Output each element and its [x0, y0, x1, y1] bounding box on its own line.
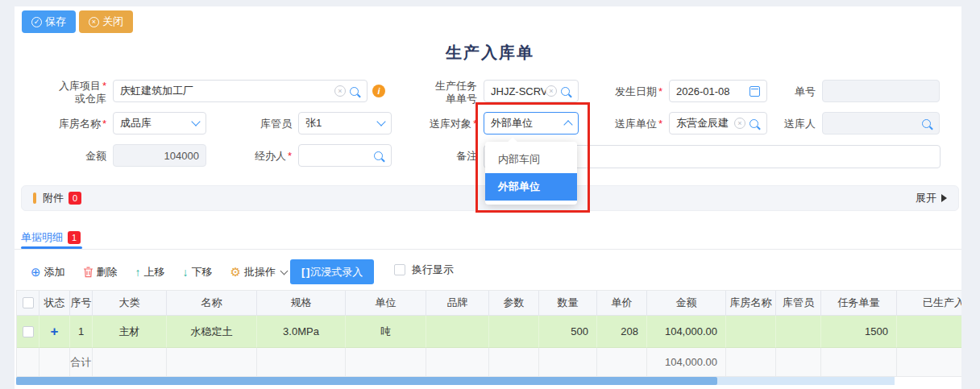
row-brand-cell[interactable] [426, 316, 489, 348]
row-keeper-cell[interactable] [776, 316, 821, 348]
row-spec-cell[interactable]: 3.0MPa [257, 316, 346, 348]
tab-detail-count-badge: 1 [68, 231, 81, 244]
delivery-unit-label: 送库单位* [598, 118, 662, 130]
row-name-cell[interactable]: 水稳定土 [167, 316, 257, 348]
doc-no-label: 单号 [751, 85, 816, 98]
col-header-qty[interactable]: 数量 [539, 291, 597, 316]
col-header-seq[interactable]: 序号 [70, 291, 93, 316]
dropdown-option-external-unit[interactable]: 外部单位 [485, 173, 577, 201]
keeper-value: 张1 [305, 116, 378, 130]
row-status-cell[interactable]: + [39, 316, 70, 348]
dropdown-option-internal-workshop[interactable]: 内部车间 [485, 146, 577, 173]
col-header-keeper[interactable]: 库管员 [776, 291, 821, 316]
add-row-button[interactable]: ⊕ 添加 [31, 265, 65, 279]
required-marker: * [658, 85, 662, 97]
delete-row-button[interactable]: 删除 [83, 265, 118, 279]
col-header-amount[interactable]: 金额 [647, 291, 726, 316]
row-price-cell[interactable]: 208 [597, 316, 647, 348]
info-icon[interactable]: i [372, 85, 385, 97]
row-category-cell[interactable]: 主材 [93, 316, 167, 348]
delivery-target-value: 外部单位 [491, 116, 565, 130]
col-header-produced[interactable]: 已生产入库 [897, 291, 961, 316]
checkbox[interactable] [23, 326, 34, 337]
col-header-unit[interactable]: 单位 [346, 291, 426, 316]
delivery-person-input[interactable] [822, 112, 940, 134]
table-total-row: 合计 104,000.00 [17, 348, 961, 377]
project-value: 庆虹建筑加工厂 [120, 84, 334, 98]
tab-detail[interactable]: 单据明细 1 [21, 230, 81, 245]
wrap-display-checkbox[interactable]: 换行显示 [394, 263, 454, 277]
gear-icon: ⚙ [230, 266, 241, 278]
grid-toolbar: ⊕ 添加 删除 ↑ 上移 ↓ 下移 ⚙ 批操作 [31, 259, 287, 284]
delivery-target-select[interactable]: 外部单位 [484, 112, 579, 134]
clear-icon[interactable]: × [546, 85, 557, 97]
chevron-down-icon [191, 117, 200, 126]
task-no-input[interactable]: JHJZ-SCRV × [484, 80, 579, 102]
col-header-spec[interactable]: 规格 [257, 291, 346, 316]
triangle-right-icon [941, 194, 947, 202]
section-marker [33, 192, 36, 204]
delivery-unit-value: 东营金辰建 [676, 116, 734, 130]
row-unit-cell[interactable]: 吨 [346, 316, 426, 348]
chevron-down-icon [280, 267, 289, 275]
col-header-category[interactable]: 大类 [93, 291, 167, 316]
amount-label: 金额 [42, 150, 106, 163]
col-header-brand[interactable]: 品牌 [426, 291, 489, 316]
fullscreen-brackets-icon: [ ] [301, 266, 309, 278]
close-button[interactable]: × 关闭 [79, 10, 133, 33]
clear-icon[interactable]: × [734, 118, 745, 129]
col-header-status[interactable]: 状态 [39, 291, 70, 316]
keeper-select[interactable]: 张1 [298, 112, 392, 134]
select-all-header[interactable] [17, 291, 39, 316]
expand-toggle[interactable]: 展开 [916, 191, 947, 205]
search-icon[interactable] [350, 87, 359, 96]
batch-operation-button[interactable]: ⚙ 批操作 [230, 265, 287, 279]
row-amount-cell: 104,000.00 [647, 316, 726, 348]
delivery-person-label: 送库人 [751, 118, 816, 130]
trash-icon [83, 267, 93, 278]
row-qty-cell[interactable]: 500 [539, 316, 597, 348]
search-icon[interactable] [561, 87, 570, 96]
warehouse-name-select[interactable]: 成品库 [113, 112, 206, 134]
checkbox[interactable] [394, 264, 405, 275]
delivery-target-dropdown: 内部车间 外部单位 [485, 142, 577, 205]
save-button-label: 保存 [45, 14, 66, 29]
project-input[interactable]: 庆虹建筑加工厂 × [113, 80, 368, 102]
page-title: 生产入库单 [0, 42, 980, 64]
table-header-row: 状态 序号 大类 名称 规格 单位 品牌 参数 数量 单价 金额 库房名称 库管… [17, 291, 961, 316]
search-icon[interactable] [922, 119, 931, 128]
agent-label: 经办人* [227, 150, 292, 163]
move-up-button[interactable]: ↑ 上移 [135, 265, 165, 279]
required-marker: * [102, 118, 106, 130]
save-button[interactable]: ✓ 保存 [22, 10, 76, 33]
horizontal-scrollbar-track[interactable] [16, 377, 895, 385]
date-value: 2026-01-08 [676, 85, 750, 97]
row-select-cell[interactable] [17, 316, 39, 348]
row-param-cell[interactable] [489, 316, 539, 348]
row-seq-cell: 1 [70, 316, 93, 348]
move-down-button[interactable]: ↓ 下移 [183, 265, 213, 279]
table-row[interactable]: + 1 主材 水稳定土 3.0MPa 吨 500 208 104,000.00 … [17, 316, 961, 348]
arrow-up-icon: ↑ [135, 266, 141, 279]
immersive-entry-button[interactable]: [ ] 沉浸式录入 [290, 259, 374, 284]
doc-no-input [822, 80, 940, 102]
amount-input: 104000 [113, 144, 206, 167]
chevron-down-icon [376, 117, 385, 126]
clear-icon[interactable]: × [334, 85, 346, 97]
detail-table: 状态 序号 大类 名称 规格 单位 品牌 参数 数量 单价 金额 库房名称 库管… [16, 290, 961, 377]
col-header-warehouse[interactable]: 库房名称 [726, 291, 776, 316]
keeper-label: 库管员 [227, 118, 292, 130]
search-icon[interactable] [374, 151, 383, 160]
col-header-task-qty[interactable]: 任务单量 [821, 291, 897, 316]
plus-icon[interactable]: + [51, 325, 59, 338]
attachment-label: 附件 [43, 191, 64, 205]
task-no-label: 生产任务 单单号 [427, 80, 477, 106]
checkbox[interactable] [23, 297, 34, 308]
col-header-name[interactable]: 名称 [167, 291, 257, 316]
col-header-param[interactable]: 参数 [489, 291, 539, 316]
row-warehouse-cell[interactable] [726, 316, 776, 348]
total-amount-cell: 104,000.00 [647, 348, 726, 377]
agent-input[interactable] [298, 144, 392, 167]
col-header-price[interactable]: 单价 [597, 291, 647, 316]
horizontal-scrollbar-thumb[interactable] [16, 377, 717, 385]
